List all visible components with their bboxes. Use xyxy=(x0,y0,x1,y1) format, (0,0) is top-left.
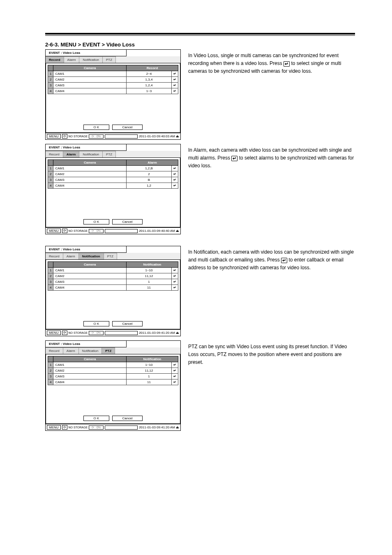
tab-record[interactable]: Record xyxy=(46,347,63,354)
enter-icon[interactable]: ↵ xyxy=(172,368,178,374)
dialog-record: EVENT : Video Loss Record Alarm Notifica… xyxy=(45,49,181,140)
enter-icon[interactable]: ↵ xyxy=(172,379,178,385)
tab-alarm[interactable]: Alarm xyxy=(63,347,79,354)
table-row: 2CAM211,12↵ xyxy=(48,368,178,374)
row-notification: EVENT : Video Loss Record Alarm Notifica… xyxy=(45,246,355,336)
statusbar: MENU ⟳ NO STORAGE ⟳ 0% 2011-01-03 09:41:… xyxy=(45,330,181,336)
tab-notification[interactable]: Notification xyxy=(79,347,102,354)
alarm-table: CameraAlarm 1CAM11,2,B↵ 2CAM22↵ 3CAM3B↵ … xyxy=(48,160,178,189)
dialog-title: EVENT : Video Loss xyxy=(46,144,127,151)
desc-record: In Video Loss, single or multi cameras c… xyxy=(181,49,355,76)
storage-label: NO STORAGE xyxy=(69,135,88,138)
timestamp: 2011-01-03 09:41:20 AM xyxy=(139,426,175,429)
enter-icon[interactable]: ↵ xyxy=(172,183,178,189)
enter-icon[interactable]: ↵ xyxy=(172,362,178,368)
tab-notification[interactable]: Notification xyxy=(79,56,103,63)
enter-icon[interactable]: ↵ xyxy=(172,77,178,83)
cancel-button[interactable]: Cancel xyxy=(112,219,143,224)
dialog-title: EVENT : Video Loss xyxy=(46,341,127,347)
eject-icon[interactable]: ⏏ xyxy=(176,426,179,429)
enter-icon: ↵ xyxy=(281,258,287,263)
tab-notification[interactable]: Notification xyxy=(79,253,104,259)
table-row: 2CAM22↵ xyxy=(48,171,178,177)
progress-box: ⟳ 0% xyxy=(89,134,104,139)
table-row: 4CAM41~3↵ xyxy=(48,88,178,94)
refresh-icon[interactable]: ⟳ xyxy=(62,134,67,139)
dialog-tabs: Record Alarm Notification PTZ xyxy=(46,56,180,63)
table-row: 3CAM31↵ xyxy=(48,374,178,379)
top-rule-thin xyxy=(45,35,355,36)
ok-button[interactable]: O K xyxy=(83,321,110,326)
timestamp: 2011-01-03 09:40:40 AM xyxy=(139,229,175,233)
table-row: 1CAM11,2,B↵ xyxy=(48,166,178,171)
tab-ptz[interactable]: PTZ xyxy=(104,253,117,259)
col-camera: Camera xyxy=(53,65,127,71)
ok-button[interactable]: O K xyxy=(83,416,110,421)
dialog-ptz: EVENT : Video Loss Record Alarm Notifica… xyxy=(45,340,181,431)
dialog-alarm: EVENT : Video Loss Record Alarm Notifica… xyxy=(45,144,181,234)
enter-icon: ↵ xyxy=(231,156,238,161)
enter-icon[interactable]: ↵ xyxy=(172,171,178,177)
tab-ptz[interactable]: PTZ xyxy=(103,151,116,157)
row-alarm: EVENT : Video Loss Record Alarm Notifica… xyxy=(45,144,355,234)
table-row: 1CAM11~10↵ xyxy=(48,362,178,368)
menu-button[interactable]: MENU xyxy=(47,134,61,139)
table-row: 4CAM411↵ xyxy=(48,379,178,385)
enter-icon[interactable]: ↵ xyxy=(172,374,178,379)
table-row: 4CAM41,2↵ xyxy=(48,183,178,189)
cancel-button[interactable]: Cancel xyxy=(112,321,143,326)
row-ptz: EVENT : Video Loss Record Alarm Notifica… xyxy=(45,340,355,431)
menu-button[interactable]: MENU xyxy=(47,229,61,233)
record-table: Camera Record 1CAM12~4↵ 2CAM21,3,4↵ 3CAM… xyxy=(48,65,178,94)
tab-notification[interactable]: Notification xyxy=(79,151,103,157)
enter-icon[interactable]: ↵ xyxy=(172,83,178,88)
ptz-table: CameraNotification 1CAM11~10↵ 2CAM211,12… xyxy=(48,356,178,385)
enter-icon[interactable]: ↵ xyxy=(172,166,178,171)
top-rule xyxy=(45,33,355,35)
dialog-notification: EVENT : Video Loss Record Alarm Notifica… xyxy=(45,246,181,336)
eject-icon[interactable]: ⏏ xyxy=(176,229,179,233)
enter-icon[interactable]: ↵ xyxy=(172,279,178,285)
tab-record[interactable]: Record xyxy=(46,56,64,63)
tab-record[interactable]: Record xyxy=(46,151,63,157)
enter-icon[interactable]: ↵ xyxy=(172,273,178,279)
menu-button[interactable]: MENU xyxy=(47,425,61,430)
table-row: 3CAM31↵ xyxy=(48,279,178,285)
notification-table: CameraNotification 1CAM11~10↵ 2CAM211,12… xyxy=(48,261,178,291)
tab-ptz[interactable]: PTZ xyxy=(103,56,116,63)
col-value: Record xyxy=(127,65,178,71)
statusbar: MENU ⟳ NO STORAGE ⟳ 0% 2011-01-03 09:41:… xyxy=(45,424,181,431)
row-record: EVENT : Video Loss Record Alarm Notifica… xyxy=(45,49,355,140)
table-row: 1CAM11~10↵ xyxy=(48,268,178,273)
enter-icon[interactable]: ↵ xyxy=(172,177,178,183)
tab-ptz[interactable]: PTZ xyxy=(102,347,115,354)
ok-button[interactable]: O K xyxy=(83,219,110,224)
enter-icon[interactable]: ↵ xyxy=(172,88,178,94)
tab-alarm[interactable]: Alarm xyxy=(63,253,79,259)
statusbar: MENU ⟳ NO STORAGE ⟳ 0% 2011-01-03 09:40:… xyxy=(45,228,181,234)
dialog-title: EVENT : Video Loss xyxy=(46,50,127,56)
cancel-button[interactable]: Cancel xyxy=(112,125,143,130)
enter-icon: ↵ xyxy=(284,61,290,67)
refresh-icon[interactable]: ⟳ xyxy=(62,425,67,430)
statusbar: MENU ⟳ NO STORAGE ⟳ 0% 2011-01-03 09:40:… xyxy=(45,133,181,140)
refresh-icon[interactable]: ⟳ xyxy=(62,229,67,233)
table-row: 2CAM21,3,4↵ xyxy=(48,77,178,83)
desc-alarm: In Alarm, each camera with video loss ca… xyxy=(181,144,355,170)
cancel-button[interactable]: Cancel xyxy=(112,416,143,421)
eject-icon[interactable]: ⏏ xyxy=(176,331,179,335)
desc-ptz: PTZ can be sync with Video Loss event us… xyxy=(181,340,355,367)
enter-icon[interactable]: ↵ xyxy=(172,268,178,273)
menu-button[interactable]: MENU xyxy=(47,331,61,335)
section-title: 2-6-3. MENU > EVENT > Video Loss xyxy=(45,42,355,48)
desc-notification: In Notification, each camera with video … xyxy=(181,246,355,272)
enter-icon[interactable]: ↵ xyxy=(172,71,178,77)
refresh-icon[interactable]: ⟳ xyxy=(62,331,67,335)
timestamp: 2011-01-03 09:40:03 AM xyxy=(139,134,175,138)
enter-icon[interactable]: ↵ xyxy=(172,285,178,291)
tab-alarm[interactable]: Alarm xyxy=(64,56,80,63)
tab-record[interactable]: Record xyxy=(46,253,63,259)
tab-alarm[interactable]: Alarm xyxy=(63,151,80,157)
ok-button[interactable]: O K xyxy=(83,125,110,130)
eject-icon[interactable]: ⏏ xyxy=(176,134,179,138)
